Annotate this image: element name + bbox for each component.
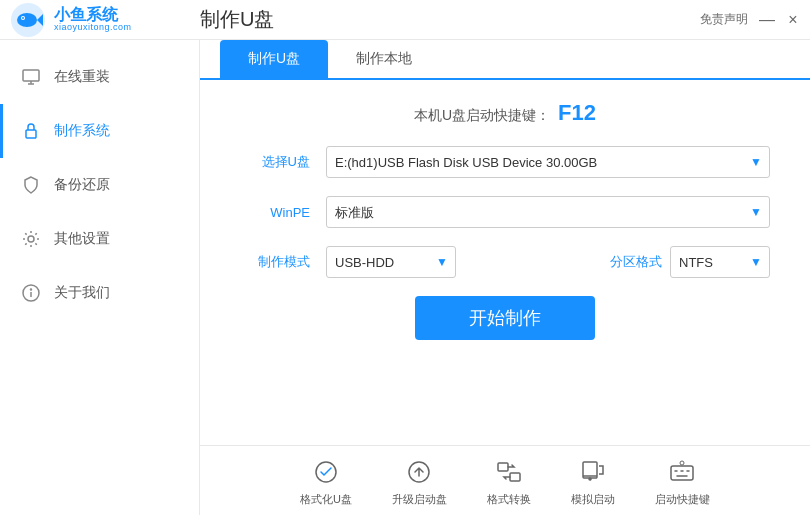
mode-partition-row: 制作模式 USB-HDD ▼ 分区格式 NTFS ▼ <box>240 246 770 278</box>
svg-rect-16 <box>510 473 520 481</box>
sidebar-label-online-reinstall: 在线重装 <box>54 68 110 86</box>
svg-rect-15 <box>498 463 508 471</box>
toolbar-label-boot-shortcut: 启动快捷键 <box>655 492 710 507</box>
tab-make-local[interactable]: 制作本地 <box>328 40 440 78</box>
winpe-row: WinPE 标准版 ▼ <box>240 196 770 228</box>
toolbar-label-upgrade-boot: 升级启动盘 <box>392 492 447 507</box>
logo-main: 小鱼系统 <box>54 6 132 24</box>
main-layout: 在线重装 制作系统 备份还原 <box>0 40 810 515</box>
svg-point-25 <box>680 461 684 465</box>
partition-select[interactable]: NTFS <box>670 246 770 278</box>
toolbar-label-simulate-boot: 模拟启动 <box>571 492 615 507</box>
title-controls: 免责声明 — × <box>700 11 800 28</box>
content-area: 制作U盘 制作本地 本机U盘启动快捷键： F12 选择U盘 E:(hd1)USB… <box>200 40 810 515</box>
svg-point-12 <box>31 289 32 290</box>
sidebar-label-backup-restore: 备份还原 <box>54 176 110 194</box>
lock-icon <box>20 120 42 142</box>
usb-select[interactable]: E:(hd1)USB Flash Disk USB Device 30.00GB <box>326 146 770 178</box>
hint-key: F12 <box>558 100 596 125</box>
sidebar-item-backup-restore[interactable]: 备份还原 <box>0 158 199 212</box>
upgrade-icon <box>403 456 435 488</box>
usb-label: 选择U盘 <box>240 153 310 171</box>
toolbar-item-upgrade-boot[interactable]: 升级启动盘 <box>392 456 447 507</box>
tabs: 制作U盘 制作本地 <box>200 40 810 80</box>
title-bar: 小鱼系统 xiaoyuxitong.com 制作U盘 免责声明 — × <box>0 0 810 40</box>
minimize-button[interactable]: — <box>760 13 774 27</box>
svg-rect-20 <box>671 466 693 480</box>
logo-fish-icon <box>10 2 46 38</box>
form-area: 本机U盘启动快捷键： F12 选择U盘 E:(hd1)USB Flash Dis… <box>200 80 810 445</box>
winpe-select[interactable]: 标准版 <box>326 196 770 228</box>
sidebar-item-other-settings[interactable]: 其他设置 <box>0 212 199 266</box>
mode-group: 制作模式 USB-HDD ▼ <box>240 246 594 278</box>
svg-point-1 <box>17 13 37 27</box>
keyboard-icon <box>666 456 698 488</box>
partition-select-wrapper: NTFS ▼ <box>670 246 770 278</box>
usb-row: 选择U盘 E:(hd1)USB Flash Disk USB Device 30… <box>240 146 770 178</box>
hint-prefix: 本机U盘启动快捷键： <box>414 107 550 123</box>
sidebar-label-other-settings: 其他设置 <box>54 230 110 248</box>
winpe-select-wrapper: 标准版 ▼ <box>326 196 770 228</box>
format-icon <box>310 456 342 488</box>
monitor-icon <box>20 66 42 88</box>
logo-area: 小鱼系统 xiaoyuxitong.com <box>10 2 132 38</box>
sidebar-label-about-us: 关于我们 <box>54 284 110 302</box>
toolbar-label-format-usb: 格式化U盘 <box>300 492 352 507</box>
svg-point-19 <box>589 478 591 480</box>
toolbar-label-format-convert: 格式转换 <box>487 492 531 507</box>
partition-label: 分区格式 <box>610 253 662 271</box>
sidebar-item-about-us[interactable]: 关于我们 <box>0 266 199 320</box>
toolbar-item-format-usb[interactable]: 格式化U盘 <box>300 456 352 507</box>
hint-row: 本机U盘启动快捷键： F12 <box>240 100 770 126</box>
toolbar-item-simulate-boot[interactable]: 模拟启动 <box>571 456 615 507</box>
simulate-icon <box>577 456 609 488</box>
logo-sub: xiaoyuxitong.com <box>54 23 132 33</box>
mode-select-wrapper: USB-HDD ▼ <box>326 246 456 278</box>
toolbar-item-format-convert[interactable]: 格式转换 <box>487 456 531 507</box>
close-button[interactable]: × <box>786 13 800 27</box>
shield-icon <box>20 174 42 196</box>
mode-label: 制作模式 <box>240 253 310 271</box>
sidebar-item-online-reinstall[interactable]: 在线重装 <box>0 50 199 104</box>
bottom-toolbar: 格式化U盘 升级启动盘 <box>200 445 810 515</box>
page-title: 制作U盘 <box>200 6 274 33</box>
svg-rect-8 <box>26 130 36 138</box>
disclaimer-button[interactable]: 免责声明 <box>700 11 748 28</box>
info-icon <box>20 282 42 304</box>
logo-text: 小鱼系统 xiaoyuxitong.com <box>54 6 132 33</box>
sidebar-label-make-system: 制作系统 <box>54 122 110 140</box>
sidebar-item-make-system[interactable]: 制作系统 <box>0 104 199 158</box>
svg-rect-5 <box>23 70 39 81</box>
convert-icon <box>493 456 525 488</box>
tab-make-usb[interactable]: 制作U盘 <box>220 40 328 78</box>
start-button[interactable]: 开始制作 <box>415 296 595 340</box>
svg-point-9 <box>28 236 34 242</box>
svg-point-4 <box>22 17 24 19</box>
toolbar-item-boot-shortcut[interactable]: 启动快捷键 <box>655 456 710 507</box>
mode-select[interactable]: USB-HDD <box>326 246 456 278</box>
usb-select-wrapper: E:(hd1)USB Flash Disk USB Device 30.00GB… <box>326 146 770 178</box>
partition-group: 分区格式 NTFS ▼ <box>610 246 770 278</box>
gear-icon <box>20 228 42 250</box>
sidebar: 在线重装 制作系统 备份还原 <box>0 40 200 515</box>
winpe-label: WinPE <box>240 205 310 220</box>
